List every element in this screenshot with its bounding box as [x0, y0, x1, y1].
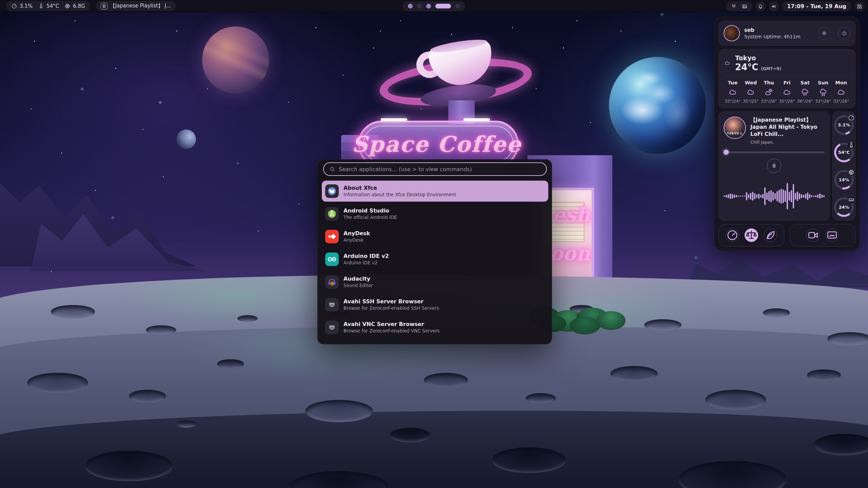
- workspace-dot-3[interactable]: [426, 4, 431, 8]
- bell-icon: [757, 3, 764, 9]
- visualizer-bar: [803, 195, 804, 198]
- forecast-temps: 36°/26°: [797, 99, 813, 104]
- powersave-mode-button[interactable]: [764, 228, 777, 242]
- forecast-day-label: Wed: [745, 80, 757, 85]
- seek-knob[interactable]: [724, 150, 729, 155]
- app-result-avahi-ssh-server-browser[interactable]: Avahi SSH Server BrowserBrowse for Zeroc…: [322, 294, 548, 315]
- visualizer-bar: [734, 195, 735, 198]
- visualizer-bar: [740, 196, 741, 197]
- app-grid-button[interactable]: [854, 1, 865, 12]
- performance-mode-button[interactable]: [726, 228, 739, 242]
- visualizer-bar: [732, 194, 733, 199]
- xfce-app-icon: [325, 184, 339, 198]
- app-name: Avahi VNC Server Browser: [343, 321, 439, 328]
- workspace-indicator[interactable]: [403, 1, 465, 11]
- app-result-android-studio[interactable]: Android StudioThe official Android IDE: [322, 203, 548, 224]
- memory-value: 6.8G: [73, 3, 85, 9]
- visualizer-bar: [813, 196, 814, 197]
- weather-widget: Tokyo 24°C (GMT+9) Tue33°/24°Wed35°/25°T…: [718, 49, 855, 108]
- cpu-value: 3.1%: [20, 3, 33, 9]
- memory-stat: 6.8G: [64, 3, 85, 9]
- search-bar[interactable]: [323, 162, 547, 176]
- crater: [526, 393, 556, 403]
- seek-bar[interactable]: [724, 151, 825, 153]
- app-name: Avahi SSH Server Browser: [343, 298, 439, 305]
- workspace-dot-2[interactable]: [417, 4, 422, 8]
- now-playing-pill[interactable]: 【Japanese Playlist】 J...: [96, 1, 176, 11]
- temp-stat: 54°C: [38, 3, 59, 9]
- storm-icon: [819, 88, 828, 97]
- app-result-audacity[interactable]: AudacitySound Editor: [322, 271, 548, 292]
- crater: [146, 325, 176, 335]
- earth-planet: [609, 57, 706, 154]
- wallpaper-icon[interactable]: [742, 3, 748, 9]
- top-bar-right: 17:09 - Tue, 19 Aug: [726, 1, 865, 12]
- forecast-temps: 33°/26°: [815, 99, 831, 104]
- app-description: AnyDesk: [343, 237, 370, 243]
- media-player-widget: 【Japanese Playlist】 Japan All Night - To…: [718, 111, 830, 221]
- search-icon: [329, 166, 335, 172]
- desktop-pet-icon[interactable]: [731, 3, 737, 9]
- cpu-stat: 3.1%: [11, 3, 33, 9]
- system-uptime: System Uptime: 4h11m: [744, 34, 813, 39]
- sign-lamp: [381, 118, 407, 121]
- wallpaper-button[interactable]: [825, 228, 839, 242]
- visualizer-bar: [742, 196, 743, 197]
- play-pause-button[interactable]: [767, 159, 781, 173]
- app-result-anydesk[interactable]: AnyDeskAnyDesk: [322, 226, 548, 247]
- clock-pill[interactable]: 17:09 - Tue, 19 Aug: [782, 1, 851, 11]
- bush: [570, 317, 600, 334]
- visualizer-bar: [787, 183, 788, 209]
- power-button[interactable]: [838, 27, 850, 40]
- forecast-day-label: Mon: [835, 80, 847, 85]
- gauge-thermometer: 54°C: [834, 143, 854, 162]
- rain-icon: [801, 88, 809, 97]
- visualizer-bar: [746, 192, 747, 200]
- volume-button[interactable]: [769, 1, 779, 12]
- workspace-dot-4-active[interactable]: [435, 4, 451, 8]
- crater: [390, 428, 431, 443]
- app-result-about-xfce[interactable]: About XfceInformation about the Xfce Des…: [322, 181, 548, 202]
- forecast-day-label: Sun: [818, 80, 828, 85]
- visualizer-bar: [724, 195, 725, 197]
- gauge-gauge: 3.1%: [834, 115, 854, 135]
- crater: [237, 315, 258, 322]
- screen-record-button[interactable]: [806, 228, 820, 242]
- workspace-dot-1[interactable]: [408, 4, 413, 8]
- visualizer-bar: [783, 189, 784, 203]
- weather-temp: 24°C: [735, 62, 758, 72]
- thermometer-icon: [847, 141, 855, 149]
- power-mode-group: [718, 224, 784, 246]
- visualizer-bar: [799, 193, 800, 199]
- visualizer-bar: [811, 195, 812, 197]
- balanced-mode-button[interactable]: [745, 228, 758, 242]
- app-name: Arduino IDE v2: [343, 252, 389, 260]
- notifications-button[interactable]: [755, 1, 766, 12]
- red-planet: [202, 26, 269, 94]
- forecast-day-sun: Sun33°/26°: [815, 80, 832, 104]
- search-input[interactable]: [339, 166, 541, 172]
- androidstudio-app-icon: [325, 207, 339, 221]
- app-description: Browse for Zeroconf-enabled VNC Servers: [343, 328, 439, 334]
- sign-text: Space Coffee: [352, 131, 522, 157]
- cloud-icon: [728, 88, 737, 97]
- gear-icon: [821, 30, 827, 36]
- forecast-day-fri: Fri35°/26°: [778, 80, 795, 104]
- memory-chip-icon: [64, 3, 71, 9]
- visualizer-bar: [815, 195, 816, 197]
- visualizer-bar: [809, 194, 810, 198]
- app-result-avahi-vnc-server-browser[interactable]: Avahi VNC Server BrowserBrowse for Zeroc…: [322, 317, 548, 338]
- app-result-arduino-ide-v2[interactable]: Arduino IDE v2Arduino IDE v2: [322, 249, 548, 270]
- grid-icon: [856, 3, 863, 9]
- forecast-day-thu: Thu33°/26°: [761, 80, 777, 104]
- crater: [705, 390, 766, 410]
- settings-button[interactable]: [818, 27, 830, 40]
- crater: [644, 319, 682, 331]
- cpu-gauge-icon: [11, 3, 17, 9]
- crater: [176, 420, 197, 428]
- pause-icon: [771, 163, 777, 169]
- control-panel: seb System Uptime: 4h11m Tokyo 24°C (GMT…: [714, 16, 860, 251]
- crater: [27, 373, 88, 393]
- workspace-dot-5[interactable]: [455, 4, 460, 8]
- pause-icon[interactable]: [101, 3, 107, 9]
